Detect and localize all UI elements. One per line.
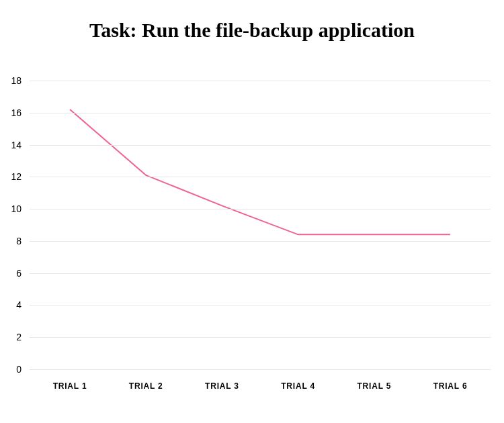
data-line [70, 109, 450, 234]
x-tick-label: TRIAL 6 [433, 381, 468, 391]
chart-container: Task: Run the file-backup application 02… [0, 0, 504, 423]
y-tick-label: 10 [11, 203, 22, 214]
gridline [30, 209, 491, 209]
gridline [30, 337, 491, 338]
y-tick-label: 4 [16, 299, 22, 310]
x-tick-label: TRIAL 5 [357, 381, 391, 391]
gridline [30, 177, 491, 177]
y-tick-label: 14 [11, 140, 22, 150]
x-axis: TRIAL 1TRIAL 2TRIAL 3TRIAL 4TRIAL 5TRIAL… [30, 376, 491, 396]
gridline [30, 273, 491, 274]
gridline [30, 241, 491, 242]
gridline [30, 81, 491, 81]
chart-title: Task: Run the file-backup application [0, 0, 504, 42]
y-tick-label: 2 [16, 332, 22, 342]
plot-area [30, 81, 491, 369]
gridline [30, 369, 491, 370]
x-tick-label: TRIAL 4 [281, 381, 315, 391]
x-tick-label: TRIAL 2 [129, 381, 163, 391]
y-tick-label: 16 [11, 107, 22, 118]
y-tick-label: 8 [16, 236, 22, 246]
y-tick-label: 6 [16, 268, 22, 279]
gridline [30, 305, 491, 306]
x-tick-label: TRIAL 1 [53, 381, 87, 391]
y-axis: 024681012141618 [0, 81, 30, 369]
gridline [30, 113, 491, 113]
gridline [30, 145, 491, 146]
line-chart-svg [30, 81, 491, 369]
y-tick-label: 12 [11, 171, 22, 182]
x-tick-label: TRIAL 3 [205, 381, 239, 391]
y-tick-label: 18 [11, 75, 22, 86]
y-tick-label: 0 [16, 364, 22, 375]
